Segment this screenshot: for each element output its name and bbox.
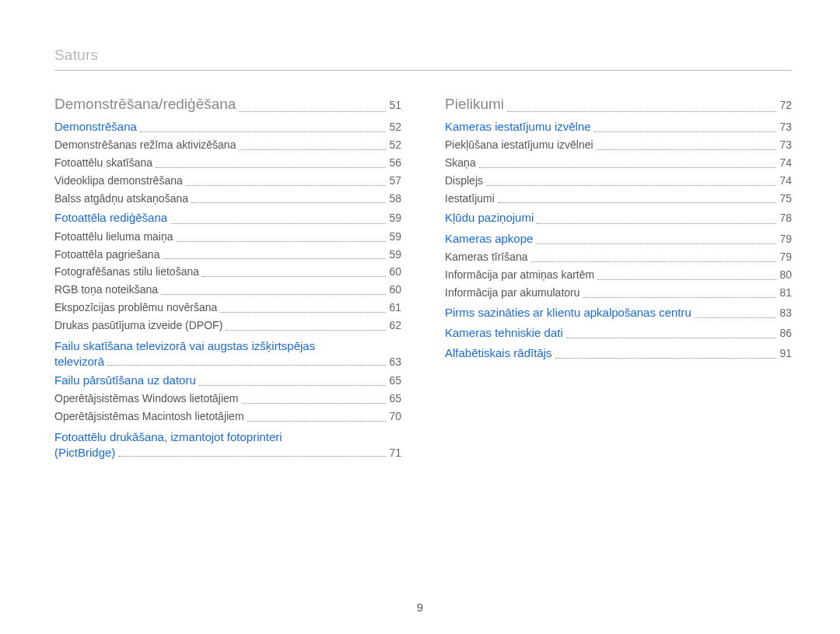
toc-leader-dots xyxy=(531,255,777,262)
toc-entry-page: 91 xyxy=(779,346,792,361)
toc-entry-label: Displejs xyxy=(445,173,483,188)
toc-entry[interactable]: Informācija par akumulatoru81 xyxy=(445,285,792,300)
toc-entry-page: 73 xyxy=(779,138,792,152)
toc-entry[interactable]: Iestatījumi75 xyxy=(445,191,792,206)
toc-leader-dots xyxy=(220,306,386,313)
toc-entry-label: Kameras iestatījumu izvēlne xyxy=(445,119,591,135)
toc-leader-dots xyxy=(594,125,777,132)
page: Saturs Demonstrēšana/rediģēšana51Demonst… xyxy=(0,0,840,634)
page-number: 9 xyxy=(0,601,840,614)
toc-entry[interactable]: Failu pārsūtīšana uz datoru65 xyxy=(54,373,401,388)
toc-entry-label: Failu pārsūtīšana uz datoru xyxy=(54,373,196,388)
toc-entry[interactable]: Videoklipa demonstrēšana57 xyxy=(54,173,401,188)
toc-entry[interactable]: Kameras tīrīšana79 xyxy=(445,250,792,264)
toc-entry[interactable]: Fotografēšanas stilu lietošana60 xyxy=(54,264,401,279)
toc-entry[interactable]: Displejs74 xyxy=(445,173,792,188)
toc-leader-dots xyxy=(161,288,386,295)
toc-leader-dots xyxy=(170,217,386,224)
toc-entry[interactable]: Fotoattēlu lieluma maiņa59 xyxy=(54,229,401,244)
toc-leader-dots xyxy=(566,331,777,338)
toc-entry-page: 86 xyxy=(779,326,792,341)
toc-entry-label: Informācija par akumulatoru xyxy=(445,285,580,300)
toc-leader-dots xyxy=(177,235,387,242)
toc-entry-page: 59 xyxy=(389,211,401,226)
toc-entry-page: 65 xyxy=(389,391,401,406)
toc-column-left: Demonstrēšana/rediģēšana51Demonstrēšana5… xyxy=(54,94,401,459)
toc-entry-label: Fotoattēlu skatīšana xyxy=(54,156,152,170)
toc-entry[interactable]: RGB toņa noteikšana60 xyxy=(54,282,401,297)
toc-entry[interactable]: Pirms sazināties ar klientu apkalpošanas… xyxy=(445,305,792,321)
toc-entry-page: 81 xyxy=(779,285,792,300)
toc-entry[interactable]: Kameras apkope79 xyxy=(445,231,792,247)
toc-entry[interactable]: Fotoattēla rediģēšana59 xyxy=(54,210,401,226)
toc-entry[interactable]: Balss atgādņu atskaņošana58 xyxy=(54,191,401,206)
toc-leader-dots xyxy=(486,179,776,186)
toc-entry-label: Kameras apkope xyxy=(445,231,533,247)
toc-entry[interactable]: Demonstrēšana52 xyxy=(54,119,401,135)
toc-entry[interactable]: Operētājsistēmas Macintosh lietotājiem70 xyxy=(54,409,401,424)
toc-entry-label: Fotoattēlu drukāšana, izmantojot fotopri… xyxy=(54,429,401,446)
toc-entry-label: televizorā xyxy=(54,355,104,368)
toc-leader-dots xyxy=(107,359,386,366)
toc-entry[interactable]: Kameras tehniskie dati86 xyxy=(445,325,792,341)
toc-entry: Demonstrēšana/rediģēšana51 xyxy=(54,94,401,114)
toc-entry-page: 59 xyxy=(389,229,401,244)
toc-leader-dots xyxy=(597,273,776,280)
toc-leader-dots xyxy=(498,196,777,203)
toc-entry-label: Skaņa xyxy=(445,156,476,170)
toc-entry-page: 71 xyxy=(389,447,401,459)
toc-leader-dots xyxy=(239,143,386,150)
toc-entry-label: RGB toņa noteikšana xyxy=(54,282,158,297)
toc-entry-label: Operētājsistēmas Macintosh lietotājiem xyxy=(54,409,244,424)
toc-entry-page: 60 xyxy=(389,264,401,279)
toc-entry[interactable]: Alfabētiskais rādītājs91 xyxy=(445,345,792,361)
toc-entry-page: 59 xyxy=(389,247,401,262)
toc-entry[interactable]: Failu skatīšana televizorā vai augstas i… xyxy=(54,338,401,368)
toc-entry-page: 60 xyxy=(389,282,401,297)
toc-entry[interactable]: Drukas pasūtījuma izveide (DPOF)62 xyxy=(54,318,401,333)
toc-entry[interactable]: Demonstrēšanas režīma aktivizēšana52 xyxy=(54,138,401,152)
toc-entry-page: 65 xyxy=(389,373,401,388)
toc-entry-label: Demonstrēšanas režīma aktivizēšana xyxy=(54,138,236,152)
toc-entry-label: Fotografēšanas stilu lietošana xyxy=(54,264,199,279)
toc-entry-page: 74 xyxy=(779,173,792,188)
toc-entry[interactable]: Kameras iestatījumu izvēlne73 xyxy=(445,119,792,135)
toc-leader-dots xyxy=(597,143,777,150)
toc-entry-label: Piekļūšana iestatījumu izvēlnei xyxy=(445,138,593,152)
toc-entry-page: 83 xyxy=(779,306,792,321)
toc-entry-page: 74 xyxy=(779,156,792,170)
toc-entry[interactable]: Fotoattēla pagriešana59 xyxy=(54,247,401,262)
toc-entry[interactable]: Piekļūšana iestatījumu izvēlnei73 xyxy=(445,138,792,152)
toc-leader-dots xyxy=(163,252,386,259)
toc-leader-dots xyxy=(247,415,387,422)
toc-entry-page: 52 xyxy=(389,138,401,152)
toc-leader-dots xyxy=(695,311,777,318)
toc-entry-label: Operētājsistēmas Windows lietotājiem xyxy=(54,391,239,406)
toc-entry-label: Demonstrēšana/rediģēšana xyxy=(54,94,236,114)
toc-leader-dots xyxy=(202,270,386,277)
toc-entry[interactable]: Ekspozīcijas problēmu novēršana61 xyxy=(54,300,401,315)
toc-entry-page: 56 xyxy=(389,156,401,170)
toc-entry-label: Kameras tīrīšana xyxy=(445,250,528,264)
toc-leader-dots xyxy=(479,161,777,168)
toc-leader-dots xyxy=(118,450,386,457)
toc-leader-dots xyxy=(583,291,777,298)
toc-entry[interactable]: Kļūdu paziņojumi78 xyxy=(445,210,792,226)
toc-entry-page: 51 xyxy=(389,98,401,113)
toc-entry[interactable]: Informācija par atmiņas kartēm80 xyxy=(445,268,792,282)
toc-leader-dots xyxy=(156,161,386,168)
toc-entry-label: Videoklipa demonstrēšana xyxy=(54,173,183,188)
toc-entry-label: Alfabētiskais rādītājs xyxy=(445,345,552,361)
toc-leader-dots xyxy=(140,125,387,132)
toc-entry-page: 75 xyxy=(779,191,792,206)
toc-entry-page: 63 xyxy=(389,356,401,368)
toc-entry[interactable]: Skaņa74 xyxy=(445,156,792,170)
toc-entry[interactable]: Fotoattēlu skatīšana56 xyxy=(54,156,401,170)
toc-entry[interactable]: Fotoattēlu drukāšana, izmantojot fotopri… xyxy=(54,429,401,459)
toc-entry[interactable]: Operētājsistēmas Windows lietotājiem65 xyxy=(54,391,401,406)
toc-leader-dots xyxy=(536,237,776,244)
toc-entry-page: 62 xyxy=(389,318,401,333)
header-rule xyxy=(54,70,792,71)
toc-entry-label: Fotoattēla rediģēšana xyxy=(54,210,167,226)
toc-entry-label: Balss atgādņu atskaņošana xyxy=(54,191,188,206)
